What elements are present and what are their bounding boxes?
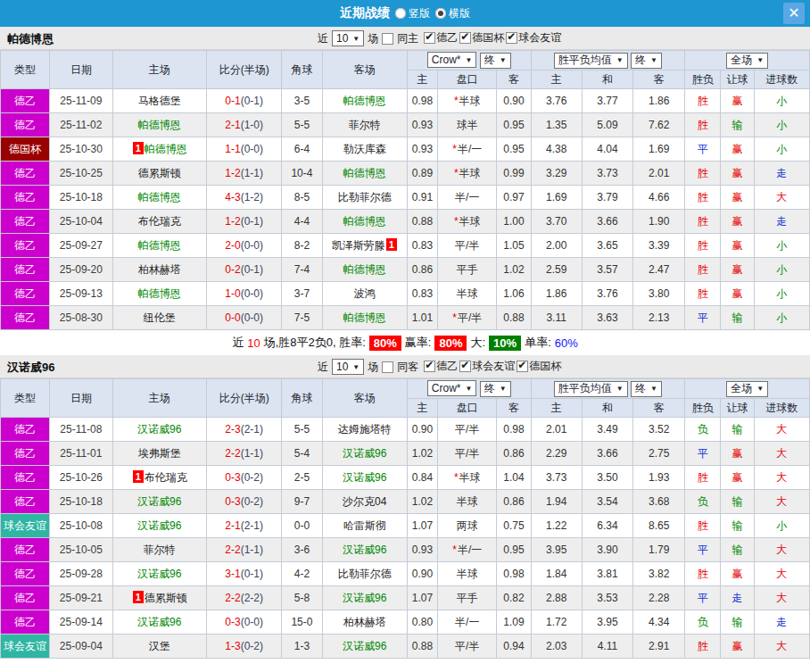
match-date: 25-10-04 — [50, 210, 112, 234]
away-odds-cell: 0.86 — [497, 490, 531, 514]
home-team-cell: 帕德博恩 — [112, 282, 206, 306]
home-team-cell: 汉诺威96 — [112, 514, 206, 538]
header-home: 主场 — [112, 379, 206, 418]
avg-away-cell: 3.68 — [633, 490, 685, 514]
avg-home-cell: 4.38 — [531, 137, 582, 162]
goals-cell: 大 — [754, 586, 809, 610]
corner-cell: 9-7 — [282, 490, 322, 514]
league-checkbox[interactable] — [517, 361, 528, 372]
team-section: 帕德博恩 近 10▼ 场 同主 德乙德国杯球会友谊 类型 — [0, 27, 810, 355]
avg-home-cell: 1.35 — [531, 113, 582, 137]
handicap-name: 平/半 — [455, 423, 479, 436]
avg-final-select[interactable]: 终▼ — [631, 381, 662, 397]
handicap-name: 半球 — [459, 167, 481, 179]
avg-draw-cell: 3.49 — [582, 418, 632, 442]
avg-select[interactable]: 胜平负均值▼ — [554, 53, 628, 69]
goals-cell: 小 — [754, 306, 809, 330]
away-team-cell: 汉诺威96 — [322, 442, 407, 466]
handicap-cell: 平/半 — [438, 442, 497, 466]
score-cell: 2-2(1-1) — [206, 442, 281, 466]
same-venue-checkbox[interactable] — [382, 33, 393, 45]
halftime-score: (0-1) — [241, 568, 263, 580]
table-row: 球会友谊25-09-04汉堡1-3(0-2)1-3汉诺威960.88平/半0.9… — [1, 635, 810, 659]
radio-horizontal-icon[interactable] — [435, 8, 446, 19]
odds-company-select[interactable]: Crow*▼ — [427, 52, 477, 68]
table-row: 德乙25-11-02帕德博恩2-1(1-0)5-5菲尔特0.93球半0.951.… — [1, 113, 810, 137]
match-date: 25-09-13 — [50, 282, 112, 306]
layout-vertical-option[interactable]: 竖版 — [395, 6, 430, 21]
handicap-result-cell: 赢 — [721, 162, 754, 186]
odds-company-select[interactable]: Crow*▼ — [427, 380, 477, 396]
league-checkbox[interactable] — [424, 361, 435, 372]
subheader-goals: 进球数 — [754, 71, 809, 89]
handicap-name: 半球 — [457, 568, 478, 580]
window-title: 近期战绩 — [340, 5, 390, 21]
match-count-select[interactable]: 10▼ — [332, 359, 364, 375]
fullmatch-select[interactable]: 全场▼ — [726, 53, 768, 69]
odds-final-select[interactable]: 终▼ — [480, 381, 511, 397]
handicap-rate-badge: 80% — [434, 336, 467, 351]
team-section: 汉诺威96 近 10▼ 场 同客 德乙球会友谊德国杯 类型 — [0, 355, 810, 659]
home-team-name: 德累斯顿 — [138, 167, 181, 179]
handicap-cell: 平/半 — [438, 234, 497, 258]
close-icon[interactable]: ✕ — [783, 3, 805, 24]
league-checkbox[interactable] — [459, 32, 471, 44]
league-filter[interactable]: 球会友谊 — [459, 359, 515, 374]
avg-final-select[interactable]: 终▼ — [631, 53, 662, 69]
halftime-score: (0-1) — [241, 263, 263, 276]
chevron-down-icon: ▼ — [352, 363, 360, 371]
league-filter[interactable]: 德国杯 — [459, 30, 504, 46]
score-cell: 0-3(0-0) — [206, 610, 281, 635]
goals-cell: 小 — [754, 258, 809, 282]
home-team-cell: 汉诺威96 — [112, 610, 206, 635]
corner-cell: 10-4 — [282, 162, 322, 186]
league-checkbox[interactable] — [424, 32, 435, 44]
league-label: 球会友谊 — [472, 359, 515, 374]
league-filter[interactable]: 德国杯 — [517, 359, 561, 374]
halftime-score: (0-2) — [241, 640, 263, 652]
avg-away-cell: 2.01 — [633, 162, 685, 186]
corner-cell: 7-4 — [282, 258, 322, 282]
league-filter[interactable]: 德乙 — [424, 359, 458, 374]
layout-horizontal-option[interactable]: 横版 — [435, 6, 470, 21]
avg-home-cell: 1.22 — [531, 514, 582, 538]
fulltime-score: 2-2 — [225, 592, 240, 604]
same-venue-checkbox[interactable] — [382, 361, 393, 373]
league-checkbox[interactable] — [506, 32, 517, 44]
avg-draw-cell: 3.95 — [582, 610, 632, 635]
avg-home-cell: 1.84 — [531, 562, 582, 586]
red-card-badge: 1 — [386, 238, 397, 251]
avg-away-cell: 4.66 — [633, 186, 685, 210]
away-team-name: 哈雷斯彻 — [343, 519, 386, 532]
handicap-name: 平手 — [457, 592, 478, 604]
fullmatch-select[interactable]: 全场▼ — [726, 381, 768, 397]
header-fullmatch-group: 全场▼ — [685, 51, 810, 71]
league-filter[interactable]: 德乙 — [424, 30, 458, 46]
home-team-cell: 汉堡 — [112, 635, 206, 659]
handicap-star: * — [454, 471, 459, 484]
odds-final-select[interactable]: 终▼ — [480, 53, 511, 69]
radio-vertical-icon[interactable] — [395, 8, 406, 19]
header-date: 日期 — [50, 379, 112, 418]
avg-draw-cell: 3.73 — [582, 162, 632, 186]
league-checkbox[interactable] — [459, 361, 471, 372]
away-team-name: 汉诺威96 — [343, 447, 386, 460]
avg-select[interactable]: 胜平负均值▼ — [554, 381, 628, 397]
league-filter[interactable]: 球会友谊 — [506, 30, 561, 46]
result-cell: 负 — [685, 490, 721, 514]
fulltime-score: 0-2 — [225, 263, 240, 276]
subheader-odds-away: 客 — [497, 71, 531, 89]
handicap-name: 平/半 — [458, 311, 482, 324]
goals-cell: 小 — [754, 137, 809, 162]
away-team-name: 勒沃库森 — [343, 143, 386, 155]
match-type-cell: 德乙 — [1, 186, 50, 210]
match-count-select[interactable]: 10▼ — [332, 30, 364, 46]
home-team-name: 帕德博恩 — [138, 119, 181, 131]
handicap-cell: 平手 — [438, 586, 497, 610]
away-odds-cell: 0.88 — [497, 306, 531, 330]
league-label: 德国杯 — [472, 30, 504, 46]
handicap-name: 平/半 — [455, 239, 479, 252]
match-count-value: 10 — [336, 32, 348, 45]
chevron-down-icon: ▼ — [756, 385, 764, 393]
score-cell: 2-1(2-1) — [206, 514, 281, 538]
